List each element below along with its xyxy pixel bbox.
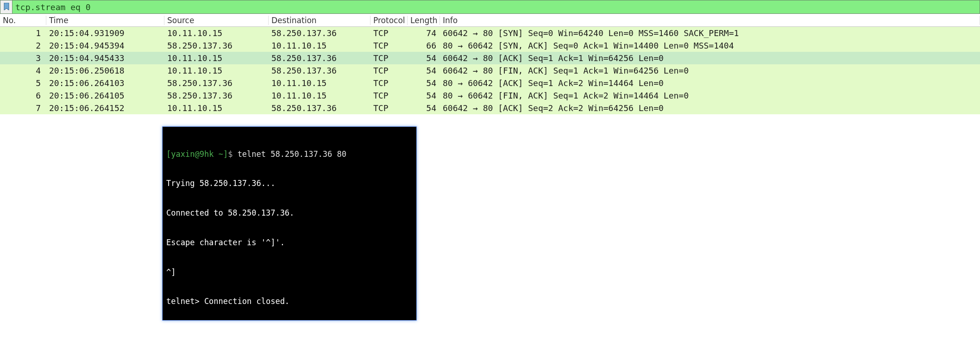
cell-time: 20:15:04.931909 [46,28,164,38]
cell-length: 54 [408,103,440,113]
packet-row[interactable]: 320:15:04.94543310.11.10.1558.250.137.36… [0,52,980,64]
column-header-source[interactable]: Source [164,16,269,25]
prompt-user: yaxin [171,149,195,159]
prompt-open: [ [166,149,171,159]
cell-length: 54 [408,91,440,100]
cell-info: 60642 → 80 [ACK] Seq=2 Ack=2 Win=64256 L… [440,103,980,113]
terminal-output-line: telnet> Connection closed. [166,297,413,306]
cell-time: 20:15:04.945433 [46,53,164,63]
cell-length: 54 [408,66,440,75]
prompt-at: @ [195,149,199,159]
terminal-output-line: Escape character is '^]'. [166,238,413,248]
terminal-window: [yaxin@9hk ~]$ telnet 58.250.137.36 80 T… [162,126,417,321]
cell-no: 3 [0,53,46,63]
cell-length: 66 [408,41,440,50]
terminal-prompt-line: [yaxin@9hk ~]$ telnet 58.250.137.36 80 [166,149,413,159]
cell-source: 58.250.137.36 [164,91,269,100]
cell-source: 58.250.137.36 [164,78,269,88]
filter-bookmark-button[interactable] [0,0,13,13]
display-filter-bar [0,0,980,14]
cell-protocol: TCP [371,53,408,63]
packet-list[interactable]: 120:15:04.93190910.11.10.1558.250.137.36… [0,27,980,114]
cell-length: 54 [408,53,440,63]
cell-source: 10.11.10.15 [164,53,269,63]
cell-info: 60642 → 80 [SYN] Seq=0 Win=64240 Len=0 M… [440,28,980,38]
display-filter-input[interactable] [13,0,980,13]
cell-source: 10.11.10.15 [164,28,269,38]
cell-destination: 10.11.10.15 [269,41,371,50]
cell-destination: 58.250.137.36 [269,53,371,63]
cell-info: 80 → 60642 [FIN, ACK] Seq=1 Ack=2 Win=14… [440,91,980,100]
cell-no: 1 [0,28,46,38]
column-header-info[interactable]: Info [440,16,980,25]
cell-destination: 58.250.137.36 [269,28,371,38]
cell-no: 2 [0,41,46,50]
cell-source: 58.250.137.36 [164,41,269,50]
column-header-length[interactable]: Length [408,16,440,25]
packet-row[interactable]: 720:15:06.26415210.11.10.1558.250.137.36… [0,102,980,114]
cell-destination: 58.250.137.36 [269,66,371,75]
cell-time: 20:15:06.264105 [46,91,164,100]
cell-info: 60642 → 80 [FIN, ACK] Seq=1 Ack=1 Win=64… [440,66,980,75]
column-header-protocol[interactable]: Protocol [371,16,408,25]
cell-destination: 10.11.10.15 [269,91,371,100]
cell-length: 74 [408,28,440,38]
prompt-path: ~ [214,149,223,159]
cell-info: 80 → 60642 [ACK] Seq=1 Ack=2 Win=14464 L… [440,78,980,88]
cell-destination: 10.11.10.15 [269,78,371,88]
cell-protocol: TCP [371,28,408,38]
packet-row[interactable]: 620:15:06.26410558.250.137.3610.11.10.15… [0,89,980,102]
column-header-no[interactable]: No. [0,16,46,25]
cell-no: 5 [0,78,46,88]
terminal-output-line: ^] [166,267,413,277]
cell-source: 10.11.10.15 [164,103,269,113]
terminal-command: telnet 58.250.137.36 80 [238,149,346,159]
bookmark-icon [3,2,10,12]
prompt-host: 9hk [200,149,214,159]
cell-time: 20:15:06.264103 [46,78,164,88]
cell-time: 20:15:06.264152 [46,103,164,113]
cell-no: 4 [0,66,46,75]
prompt-dollar: $ [228,149,237,159]
column-header-time[interactable]: Time [46,16,164,25]
cell-protocol: TCP [371,78,408,88]
cell-protocol: TCP [371,41,408,50]
terminal-output-line: Connected to 58.250.137.36. [166,208,413,218]
cell-no: 6 [0,91,46,100]
column-header-destination[interactable]: Destination [269,16,371,25]
cell-source: 10.11.10.15 [164,66,269,75]
cell-protocol: TCP [371,66,408,75]
prompt-close: ] [223,149,228,159]
cell-info: 60642 → 80 [ACK] Seq=1 Ack=1 Win=64256 L… [440,53,980,63]
cell-time: 20:15:06.250618 [46,66,164,75]
cell-time: 20:15:04.945394 [46,41,164,50]
packet-list-header: No. Time Source Destination Protocol Len… [0,14,980,27]
packet-row[interactable]: 120:15:04.93190910.11.10.1558.250.137.36… [0,27,980,39]
cell-destination: 58.250.137.36 [269,103,371,113]
cell-protocol: TCP [371,91,408,100]
packet-row[interactable]: 220:15:04.94539458.250.137.3610.11.10.15… [0,39,980,52]
packet-row[interactable]: 520:15:06.26410358.250.137.3610.11.10.15… [0,77,980,89]
terminal-output-line: Trying 58.250.137.36... [166,179,413,188]
cell-length: 54 [408,78,440,88]
cell-info: 80 → 60642 [SYN, ACK] Seq=0 Ack=1 Win=14… [440,41,980,50]
packet-row[interactable]: 420:15:06.25061810.11.10.1558.250.137.36… [0,64,980,77]
cell-no: 7 [0,103,46,113]
cell-protocol: TCP [371,103,408,113]
